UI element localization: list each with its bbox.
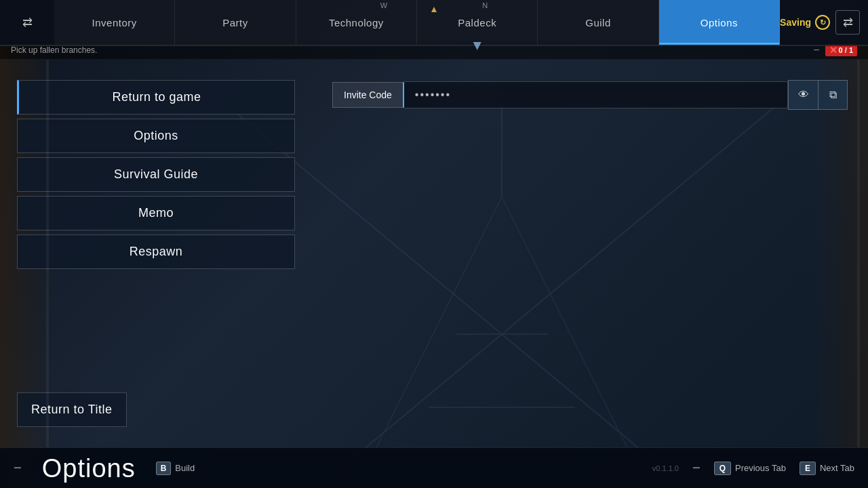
bottom-left: − Options B Build: [14, 455, 195, 481]
tab-guild[interactable]: Guild: [538, 0, 658, 45]
build-key: B: [156, 462, 172, 475]
main-content: Return to game Options Survival Guide Me…: [0, 60, 868, 447]
return-to-title-button[interactable]: Return to Title: [17, 392, 127, 427]
invite-code-copy-button[interactable]: ⧉: [818, 80, 848, 110]
respawn-button[interactable]: Respawn: [17, 235, 295, 269]
previous-tab-button[interactable]: Q Previous Tab: [714, 462, 786, 475]
spacer: [17, 269, 295, 392]
return-to-game-button[interactable]: Return to game: [17, 80, 295, 115]
bottom-right-minus-icon: −: [692, 460, 701, 476]
next-tab-label: Next Tab: [820, 463, 854, 473]
next-tab-button[interactable]: E Next Tab: [800, 462, 854, 475]
page-title-area: Options: [42, 455, 136, 481]
swap-right-button[interactable]: ⇄: [835, 10, 860, 35]
saving-icon: ↻: [815, 15, 830, 30]
scroll-bar-left: [46, 60, 49, 447]
return-title-area: Return to Title: [17, 392, 295, 427]
invite-code-buttons: 👁 ⧉: [788, 80, 848, 110]
options-button[interactable]: Options: [17, 119, 295, 153]
tab-paldeck[interactable]: Paldeck: [417, 0, 538, 45]
invite-code-eye-button[interactable]: 👁: [788, 80, 818, 110]
menu-buttons: Return to game Options Survival Guide Me…: [17, 80, 295, 269]
prev-tab-key: Q: [714, 462, 731, 475]
next-tab-key: E: [800, 462, 816, 475]
version-text: v0.1.1.0: [652, 464, 679, 472]
invite-code-input[interactable]: [404, 81, 788, 108]
memo-button[interactable]: Memo: [17, 196, 295, 230]
tab-options[interactable]: Options: [659, 0, 780, 45]
top-bar-right: Saving ↻ ⇄: [780, 0, 868, 45]
notification-text: Pick up fallen branches.: [11, 45, 97, 55]
saving-indicator: Saving ↻: [780, 15, 830, 30]
survival-guide-button[interactable]: Survival Guide: [17, 157, 295, 192]
scroll-bar-right: [857, 60, 860, 447]
eye-icon: 👁: [798, 89, 809, 101]
invite-code-label: Invite Code: [332, 82, 404, 108]
tab-party[interactable]: Party: [175, 0, 296, 45]
tab-technology[interactable]: Technology: [296, 0, 417, 45]
right-panel: Invite Code 👁 ⧉: [312, 60, 868, 447]
swap-left-button[interactable]: ⇄: [0, 0, 54, 45]
copy-icon: ⧉: [829, 89, 837, 101]
build-label: Build: [175, 463, 195, 473]
invite-code-row: Invite Code 👁 ⧉: [332, 80, 848, 110]
bottom-right: v0.1.1.0 − Q Previous Tab E Next Tab: [652, 460, 854, 476]
build-button[interactable]: B Build: [156, 462, 195, 475]
bottom-minus-icon: −: [14, 460, 22, 476]
navigation-tabs: Inventory Party Technology Paldeck Guild…: [54, 0, 780, 45]
page-title: Options: [42, 455, 136, 481]
prev-tab-label: Previous Tab: [735, 463, 786, 473]
tab-inventory[interactable]: Inventory: [54, 0, 175, 45]
bottom-bar: − Options B Build v0.1.1.0 − Q Previous …: [0, 447, 868, 488]
